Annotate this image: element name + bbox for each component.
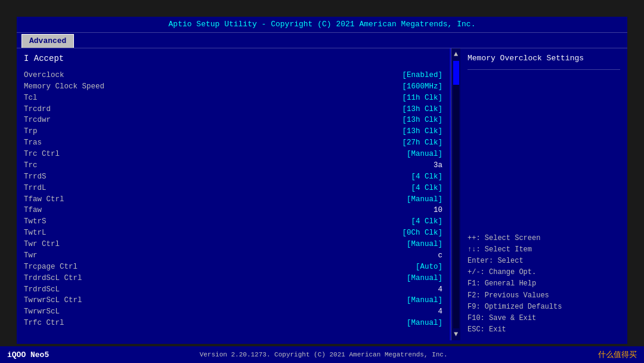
setting-value-18: [Manual] xyxy=(407,273,442,284)
help-change: +/-: Change Opt. xyxy=(467,267,620,278)
setting-value-0: [Enabled] xyxy=(402,70,442,81)
setting-name-9: TrrdS xyxy=(24,172,47,182)
bottom-version: Version 2.20.1273. Copyright (C) 2021 Am… xyxy=(200,351,448,358)
scroll-up-arrow[interactable]: ▲ xyxy=(454,50,458,60)
setting-row-4[interactable]: Trcdwr[13h Clk] xyxy=(24,115,442,126)
help-section: ++: Select Screen ↑↓: Select Item Enter:… xyxy=(467,233,620,336)
setting-name-8: Trc xyxy=(24,161,38,171)
setting-value-1: [1600MHz] xyxy=(402,82,442,92)
help-f2: F2: Previous Values xyxy=(467,290,620,302)
setting-value-21: 4 xyxy=(438,307,442,317)
setting-name-13: TwtrS xyxy=(24,217,47,227)
setting-name-3: Trcdrd xyxy=(24,104,51,115)
settings-table: Overclock[Enabled]Memory Clock Speed[160… xyxy=(24,70,442,329)
setting-value-16: c xyxy=(438,251,442,261)
setting-name-4: Trcdwr xyxy=(24,115,51,125)
setting-row-13[interactable]: TwtrS[4 Clk] xyxy=(24,216,442,227)
setting-name-1: Memory Clock Speed xyxy=(24,82,104,92)
setting-value-22: [Manual] xyxy=(407,318,442,328)
setting-row-6[interactable]: Tras[27h Clk] xyxy=(24,137,442,149)
setting-row-10[interactable]: TrrdL[4 Clk] xyxy=(24,183,442,194)
setting-row-12[interactable]: Tfaw10 xyxy=(24,205,442,216)
setting-row-9[interactable]: TrrdS[4 Clk] xyxy=(24,171,442,183)
setting-row-14[interactable]: TwtrL[0Ch Clk] xyxy=(24,227,442,239)
setting-value-10: [4 Clk] xyxy=(411,183,442,193)
setting-value-13: [4 Clk] xyxy=(411,217,442,227)
setting-name-7: Trc Ctrl xyxy=(24,149,60,159)
setting-name-11: Tfaw Ctrl xyxy=(24,195,64,205)
help-esc: ESC: Exit xyxy=(467,324,620,336)
setting-row-3[interactable]: Trcdrd[13h Clk] xyxy=(24,104,442,115)
setting-name-16: Twr xyxy=(24,251,38,261)
setting-name-2: Tcl xyxy=(24,93,38,103)
setting-value-5: [13h Clk] xyxy=(402,127,442,137)
bios-title: Aptio Setup Utility - Copyright (C) 2021… xyxy=(169,20,476,29)
setting-row-16[interactable]: Twrc xyxy=(24,250,442,262)
help-select-item: ↑↓: Select Item xyxy=(467,244,620,256)
help-enter: Enter: Select xyxy=(467,256,620,267)
setting-row-1[interactable]: Memory Clock Speed[1600MHz] xyxy=(24,81,442,93)
setting-name-14: TwtrL xyxy=(24,228,47,238)
setting-value-3: [13h Clk] xyxy=(402,104,442,115)
setting-value-4: [13h Clk] xyxy=(402,115,442,125)
scroll-down-arrow[interactable]: ▼ xyxy=(454,330,458,340)
setting-value-12: 10 xyxy=(434,205,442,216)
setting-value-6: [27h Clk] xyxy=(402,138,442,148)
setting-value-7: [Manual] xyxy=(407,149,442,159)
setting-row-19[interactable]: TrdrdScL4 xyxy=(24,284,442,296)
i-accept-label: I Accept xyxy=(24,53,442,65)
setting-row-5[interactable]: Trp[13h Clk] xyxy=(24,126,442,137)
right-panel-title: Memory Overclock Settings xyxy=(467,53,620,64)
setting-row-2[interactable]: Tcl[11h Clk] xyxy=(24,93,442,104)
setting-name-22: Trfc Ctrl xyxy=(24,318,64,328)
setting-value-11: [Manual] xyxy=(407,195,442,205)
setting-value-9: [4 Clk] xyxy=(411,172,442,182)
setting-name-6: Tras xyxy=(24,138,42,148)
bios-screen: Aptio Setup Utility - Copyright (C) 2021… xyxy=(17,17,627,344)
setting-row-0[interactable]: Overclock[Enabled] xyxy=(24,70,442,81)
setting-name-5: Trp xyxy=(24,127,38,137)
help-select-screen: ++: Select Screen xyxy=(467,233,620,244)
tab-bar: Advanced xyxy=(17,33,627,48)
setting-name-18: TrdrdScL Ctrl xyxy=(24,273,82,284)
bottom-brand-right: 什么值得买 xyxy=(598,349,637,360)
scroll-thumb[interactable] xyxy=(453,61,459,85)
left-panel: I Accept Overclock[Enabled]Memory Clock … xyxy=(17,48,451,340)
main-content: I Accept Overclock[Enabled]Memory Clock … xyxy=(17,48,627,340)
setting-row-17[interactable]: Trcpage Ctrl[Auto] xyxy=(24,262,442,273)
setting-name-21: TwrwrScL xyxy=(24,307,60,317)
scroll-track[interactable] xyxy=(453,61,459,328)
right-divider xyxy=(467,69,620,70)
setting-name-17: Trcpage Ctrl xyxy=(24,262,78,272)
setting-row-18[interactable]: TrdrdScL Ctrl[Manual] xyxy=(24,273,442,284)
help-f10: F10: Save & Exit xyxy=(467,313,620,324)
setting-row-11[interactable]: Tfaw Ctrl[Manual] xyxy=(24,194,442,205)
setting-name-19: TrdrdScL xyxy=(24,285,60,295)
setting-row-22[interactable]: Trfc Ctrl[Manual] xyxy=(24,318,442,329)
setting-row-20[interactable]: TwrwrScL Ctrl[Manual] xyxy=(24,295,442,306)
setting-name-12: Tfaw xyxy=(24,205,42,216)
help-f9: F9: Optimized Defaults xyxy=(467,302,620,313)
setting-name-20: TwrwrScL Ctrl xyxy=(24,296,82,306)
bios-header: Aptio Setup Utility - Copyright (C) 2021… xyxy=(17,17,627,33)
setting-value-2: [11h Clk] xyxy=(402,93,442,103)
scrollbar[interactable]: ▲ ▼ xyxy=(451,48,460,340)
setting-value-8: 3a xyxy=(434,161,442,171)
setting-value-17: [Auto] xyxy=(416,262,442,272)
setting-row-15[interactable]: Twr Ctrl[Manual] xyxy=(24,239,442,250)
setting-row-21[interactable]: TwrwrScL4 xyxy=(24,306,442,318)
setting-value-20: [Manual] xyxy=(407,296,442,306)
right-panel: Memory Overclock Settings ++: Select Scr… xyxy=(460,48,627,340)
setting-value-15: [Manual] xyxy=(407,239,442,250)
setting-name-15: Twr Ctrl xyxy=(24,239,60,250)
help-f1: F1: General Help xyxy=(467,278,620,290)
setting-value-19: 4 xyxy=(438,285,442,295)
setting-name-0: Overclock xyxy=(24,70,64,81)
setting-value-14: [0Ch Clk] xyxy=(402,228,442,238)
setting-row-7[interactable]: Trc Ctrl[Manual] xyxy=(24,149,442,160)
outer-frame: Aptio Setup Utility - Copyright (C) 2021… xyxy=(0,0,644,363)
setting-name-10: TrrdL xyxy=(24,183,47,193)
bottom-bar: iQOO Neo5 Version 2.20.1273. Copyright (… xyxy=(0,346,644,363)
setting-row-8[interactable]: Trc3a xyxy=(24,160,442,171)
tab-advanced[interactable]: Advanced xyxy=(21,34,74,48)
